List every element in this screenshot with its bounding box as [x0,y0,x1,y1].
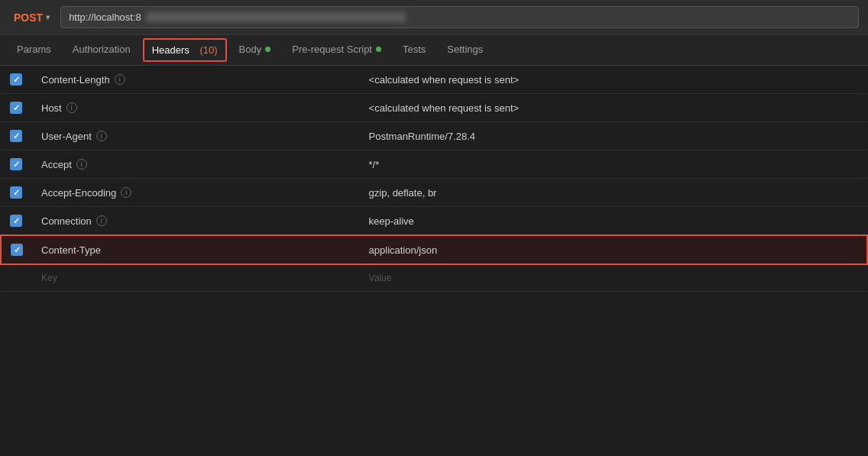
url-bar[interactable]: http://localhost:8 [60,6,859,28]
info-icon[interactable]: i [66,102,77,113]
header-checkbox[interactable] [10,186,22,199]
tab-params[interactable]: Params [6,36,62,64]
header-row-highlighted: Content-Typeapplication/json [1,235,867,264]
table-row: Content-Lengthi<calculated when request … [1,66,867,94]
method-selector[interactable]: POST ▾ [9,8,54,27]
new-header-row: Key Value [1,264,867,292]
tab-headers[interactable]: Headers (10) [143,38,227,62]
header-key: Host [41,102,62,114]
header-key: Accept-Encoding [41,187,116,199]
tab-tests[interactable]: Tests [392,36,436,64]
header-checkbox[interactable] [10,130,22,142]
header-value: gzip, deflate, br [360,179,867,207]
headers-count: (10) [199,44,217,56]
table-row: Accepti*/* [1,150,867,179]
header-key: Content-Type [41,244,101,256]
tabs-bar: Params Authorization Headers (10) Body P… [0,35,868,66]
table-row: User-AgentiPostmanRuntime/7.28.4 [1,122,867,150]
header-key: User-Agent [41,131,92,142]
header-checkbox[interactable] [11,244,23,256]
tab-settings[interactable]: Settings [436,36,494,64]
table-row: Hosti<calculated when request is sent> [1,94,867,122]
tab-body[interactable]: Body [228,36,282,64]
method-chevron: ▾ [46,13,50,21]
header-value: */* [360,150,867,179]
info-icon[interactable]: i [121,187,131,198]
method-label: POST [14,11,43,24]
tab-authorization[interactable]: Authorization [62,36,141,64]
header-checkbox[interactable] [10,102,22,114]
body-dot [265,47,270,52]
headers-content: Content-Lengthi<calculated when request … [0,66,868,292]
header-value: PostmanRuntime/7.28.4 [360,122,867,150]
value-placeholder[interactable]: Value [360,264,867,292]
header-key: Accept [41,159,72,170]
info-icon[interactable]: i [96,215,107,226]
url-text: http://localhost:8 [69,11,141,23]
table-row: Accept-Encodingigzip, deflate, br [1,179,867,207]
table-row: Connectionikeep-alive [1,207,867,236]
header-value: keep-alive [360,207,867,236]
info-icon[interactable]: i [115,74,125,85]
header-checkbox[interactable] [10,158,22,170]
header-checkbox[interactable] [10,73,22,86]
header-key: Connection [41,215,92,227]
top-bar: POST ▾ http://localhost:8 [0,0,868,35]
header-checkbox[interactable] [10,215,22,227]
info-icon[interactable]: i [76,159,87,170]
header-value: application/json [360,235,867,264]
header-value: <calculated when request is sent> [360,94,867,122]
headers-table: Content-Lengthi<calculated when request … [0,66,868,292]
pre-request-dot [376,47,381,52]
tab-pre-request-script[interactable]: Pre-request Script [281,36,392,64]
header-value: <calculated when request is sent> [360,66,867,94]
header-key: Content-Length [41,74,110,86]
url-blur [146,12,406,22]
info-icon[interactable]: i [96,131,107,141]
key-placeholder[interactable]: Key [32,264,360,292]
